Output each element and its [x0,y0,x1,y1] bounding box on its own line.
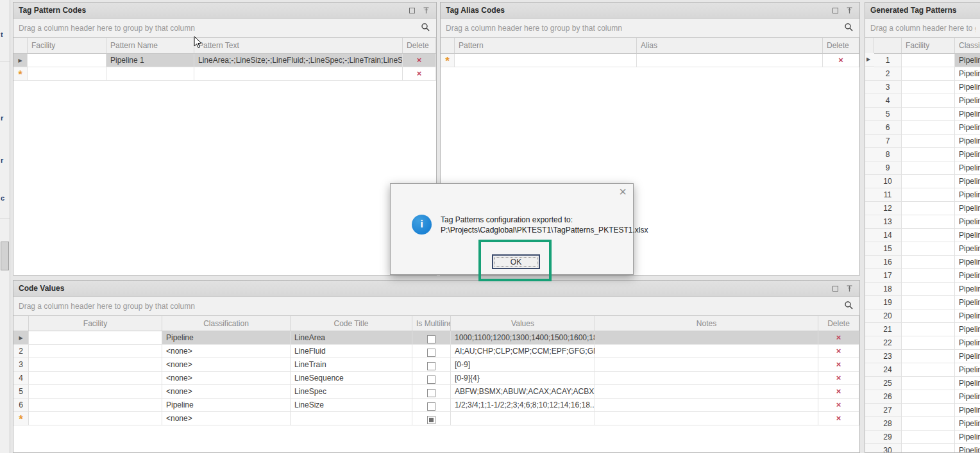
classification-cell[interactable]: Pipeline [955,323,980,336]
table-row[interactable]: 4<none>LineSequence[0-9]{4}× [13,372,859,385]
table-row[interactable]: 6PipelineLineSize1/2;3/4;1;1-1/2;2;3;4;6… [13,399,859,412]
code-title-cell[interactable]: LineTrain [291,358,412,372]
table-row[interactable]: 16Pipeline [865,256,980,269]
values-cell[interactable]: 1/2;3/4;1;1-1/2;2;3;4;6;8;10;12;14;16;18… [451,399,595,412]
close-icon[interactable]: × [619,185,627,198]
table-row[interactable]: 24Pipeline [865,363,980,377]
facility-cell[interactable] [902,417,955,431]
table-row[interactable]: 6Pipeline [865,121,980,135]
notes-cell[interactable] [595,345,818,358]
classification-cell[interactable]: Pipeline [955,108,980,121]
classification-cell[interactable]: Pipeline [955,363,980,377]
code-title-cell[interactable]: LineSpec [291,385,412,399]
classification-cell[interactable]: Pipeline [955,283,980,296]
classification-cell[interactable]: Pipeline [955,296,980,309]
classification-cell[interactable]: Pipeline [955,404,980,417]
column-header-notes[interactable]: Notes [595,316,818,331]
group-by-bar[interactable]: Drag a column header here to group by th… [441,19,859,38]
delete-button[interactable]: × [836,333,841,342]
classification-cell[interactable]: <none> [162,372,291,385]
table-row[interactable]: 7Pipeline [865,135,980,148]
column-header-code-title[interactable]: Code Title [291,316,412,331]
delete-button[interactable]: × [836,413,841,423]
table-row[interactable]: 25Pipeline [865,377,980,390]
notes-cell[interactable] [595,399,818,412]
delete-button[interactable]: × [836,386,841,396]
facility-cell[interactable] [902,444,955,452]
code-title-cell[interactable] [291,412,412,425]
facility-cell[interactable] [29,412,162,425]
classification-cell[interactable]: Pipeline [955,417,980,431]
delete-button[interactable]: × [417,55,422,65]
column-header-pattern-text[interactable]: Pattern Text [194,38,403,53]
values-cell[interactable]: AI;AU;CHP;CLP;CMP;CCM;EPF;GFG;GMF;G... [451,345,595,358]
facility-cell[interactable] [28,67,106,81]
checkbox[interactable] [427,375,435,384]
table-row[interactable]: 29Pipeline [865,431,980,444]
table-row[interactable]: ▶ Pipeline 1 LineArea;-;LineSize;-;LineF… [13,54,436,67]
facility-cell[interactable] [902,283,955,296]
table-row[interactable]: 5<none>LineSpecABFW;BSMX;ABUW;ACAX;ACAY;… [13,385,859,399]
facility-cell[interactable] [29,399,162,412]
checkbox[interactable] [427,389,435,397]
table-row[interactable]: 14Pipeline [865,229,980,242]
classification-cell[interactable]: Pipeline [162,399,291,412]
pin-icon[interactable] [844,283,854,293]
classification-cell[interactable]: Pipeline [162,331,291,345]
table-row[interactable]: 5Pipeline [865,108,980,121]
checkbox[interactable] [427,362,435,370]
checkbox[interactable] [427,335,435,343]
facility-cell[interactable] [902,67,955,81]
facility-cell[interactable] [902,296,955,309]
table-row[interactable]: 18Pipeline [865,283,980,296]
column-header-delete[interactable]: Delete [403,38,436,53]
classification-cell[interactable]: Pipeline [955,242,980,256]
column-header-classification[interactable]: Classification [955,38,980,53]
delete-button[interactable]: × [836,359,841,369]
checkbox[interactable] [427,416,435,424]
table-row[interactable]: *<none>× [13,412,859,425]
values-cell[interactable]: [0-9]{4} [451,372,595,385]
classification-cell[interactable]: Pipeline [955,390,980,404]
notes-cell[interactable] [595,372,818,385]
classification-cell[interactable]: Pipeline [955,202,980,215]
search-icon[interactable] [844,301,854,312]
pin-icon[interactable] [844,5,854,15]
classification-cell[interactable]: Pipeline [955,269,980,283]
delete-button[interactable]: × [836,346,841,356]
table-row[interactable]: 9Pipeline [865,161,980,175]
table-row[interactable]: 8Pipeline [865,148,980,161]
facility-cell[interactable] [902,148,955,161]
code-title-cell[interactable]: LineSequence [291,372,412,385]
group-by-bar[interactable]: Drag a column header here to group by th… [13,297,859,316]
table-row[interactable]: 26Pipeline [865,390,980,404]
delete-button[interactable]: × [836,373,841,383]
classification-cell[interactable]: Pipeline [955,377,980,390]
table-row[interactable]: 11Pipeline [865,188,980,202]
dock-button-fragment[interactable] [1,242,9,270]
classification-cell[interactable]: Pipeline [955,431,980,444]
table-row[interactable]: ▶PipelineLineArea1000;1100;1200;1300;140… [13,331,859,345]
facility-cell[interactable] [902,215,955,229]
classification-cell[interactable]: Pipeline [955,135,980,148]
column-header-values[interactable]: Values [451,316,595,331]
facility-cell[interactable] [902,242,955,256]
classification-cell[interactable]: Pipeline [955,336,980,350]
facility-cell[interactable] [28,54,106,67]
pattern-text-cell[interactable] [194,67,403,81]
classification-cell[interactable]: <none> [162,385,291,399]
facility-cell[interactable] [902,336,955,350]
group-by-bar[interactable]: Drag a column header here to group by th… [13,19,436,38]
facility-cell[interactable] [29,372,162,385]
classification-cell[interactable]: Pipeline [955,229,980,242]
table-row[interactable]: 28Pipeline [865,417,980,431]
classification-cell[interactable]: Pipeline [955,67,980,81]
new-row[interactable]: * × [13,67,436,81]
classification-cell[interactable]: Pipeline [955,148,980,161]
maximize-icon[interactable] [407,5,417,15]
notes-cell[interactable] [595,412,818,425]
column-header-facility[interactable]: Facility [29,316,162,331]
table-row[interactable]: 2Pipeline [865,67,980,81]
facility-cell[interactable] [902,323,955,336]
values-cell[interactable]: ABFW;BSMX;ABUW;ACAX;ACAY;ACBX;AC... [451,385,595,399]
